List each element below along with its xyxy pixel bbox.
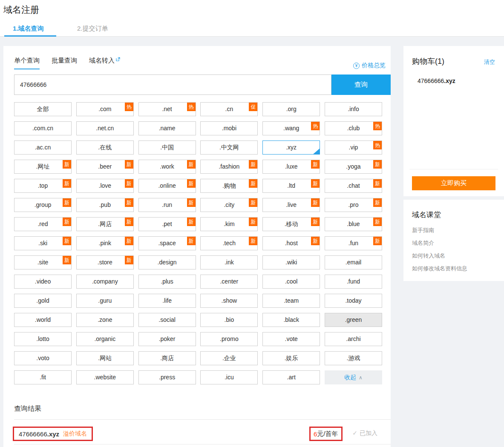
tld-button[interactable]: .love新 — [76, 179, 134, 193]
tld-button[interactable]: .plus — [138, 275, 196, 289]
buy-now-button[interactable]: 立即购买 — [412, 176, 495, 190]
tld-button[interactable]: .ac.cn — [14, 140, 72, 155]
tld-button[interactable]: .social — [138, 313, 196, 327]
tld-button[interactable]: .organic — [76, 332, 134, 346]
tld-button[interactable]: .green — [325, 313, 382, 327]
search-button[interactable]: 查询 — [331, 74, 391, 95]
tld-button[interactable]: .网站 — [76, 351, 134, 365]
tld-button[interactable]: .购物新 — [200, 179, 258, 193]
tld-button[interactable]: .live新 — [262, 198, 320, 212]
tld-button[interactable]: .blue新 — [325, 217, 382, 231]
tab-single-query[interactable]: 单个查询 — [14, 57, 40, 69]
tld-button[interactable]: .site新 — [14, 255, 72, 269]
tld-button[interactable]: .red新 — [14, 217, 72, 231]
tld-button[interactable]: .video — [14, 275, 72, 289]
tld-button[interactable]: .icu — [200, 370, 258, 384]
tld-button[interactable]: .ink — [200, 255, 258, 269]
tld-button[interactable]: .网址新 — [14, 160, 72, 174]
classroom-link[interactable]: 新手指南 — [412, 226, 467, 239]
tld-button[interactable]: .vip热 — [325, 140, 382, 155]
tld-button[interactable]: .work新 — [138, 160, 196, 174]
tld-button[interactable]: .info — [325, 102, 382, 116]
tld-button[interactable]: .yoga新 — [325, 160, 382, 174]
tld-button[interactable]: .promo — [200, 332, 258, 346]
tld-button[interactable]: .group新 — [14, 198, 72, 212]
tld-button[interactable]: .top新 — [14, 179, 72, 193]
tld-button[interactable]: .中文网 — [200, 140, 258, 155]
domain-search-input[interactable] — [14, 74, 331, 95]
tld-button[interactable]: .企业 — [200, 351, 258, 365]
classroom-link[interactable]: 如何修改域名资料信息 — [412, 264, 467, 277]
tld-button[interactable]: .zone — [76, 313, 134, 327]
tld-button[interactable]: .com热 — [76, 102, 134, 116]
tld-button[interactable]: .poker — [138, 332, 196, 346]
tld-button[interactable]: .移动新 — [262, 217, 320, 231]
tld-button[interactable]: .pet新 — [138, 217, 196, 231]
tld-button[interactable]: .design — [138, 255, 196, 269]
tld-button[interactable]: .archi — [325, 332, 382, 346]
tld-button[interactable]: .gold — [14, 294, 72, 308]
tld-button[interactable]: .vote — [262, 332, 320, 346]
price-overview-link[interactable]: ¥ 价格总览 — [353, 62, 386, 69]
tld-button[interactable]: .xyz✓ — [262, 140, 320, 155]
tld-button[interactable]: .space新 — [138, 236, 196, 250]
tld-button[interactable]: .fun新 — [325, 236, 382, 250]
tld-button[interactable]: .luxe新 — [262, 160, 320, 174]
classroom-link[interactable]: 如何转入域名 — [412, 252, 467, 264]
tld-button[interactable]: .world — [14, 313, 72, 327]
tld-button[interactable]: .store新 — [76, 255, 134, 269]
collapse-grid-button[interactable]: 收起∧ — [325, 370, 382, 384]
tld-button[interactable]: .city新 — [200, 198, 258, 212]
tld-button[interactable]: .email — [325, 255, 382, 269]
tld-button[interactable]: .center — [200, 275, 258, 289]
step-tab-domain-query[interactable]: 1.域名查询 — [13, 25, 44, 33]
tld-button[interactable]: .website — [76, 370, 134, 384]
tld-button[interactable]: .online新 — [138, 179, 196, 193]
classroom-link[interactable]: 域名简介 — [412, 239, 467, 252]
cart-clear-button[interactable]: 清空 — [484, 58, 495, 66]
tld-button[interactable]: .art — [262, 370, 320, 384]
tld-button[interactable]: .beer新 — [76, 160, 134, 174]
tab-batch-query[interactable]: 批量查询 — [52, 57, 77, 69]
tld-button[interactable]: .pub新 — [76, 198, 134, 212]
tld-button[interactable]: 全部 — [14, 102, 72, 116]
tld-button[interactable]: .voto — [14, 351, 72, 365]
tld-button[interactable]: .com.cn — [14, 121, 72, 135]
tld-button[interactable]: .run新 — [138, 198, 196, 212]
tld-button[interactable]: .chat新 — [325, 179, 382, 193]
tld-button[interactable]: .company — [76, 275, 134, 289]
tld-button[interactable]: .pink新 — [76, 236, 134, 250]
tld-button[interactable]: .show — [200, 294, 258, 308]
tab-domain-transfer[interactable]: 域名转入 — [89, 57, 120, 69]
tld-button[interactable]: .tech新 — [200, 236, 258, 250]
tld-button[interactable]: .press — [138, 370, 196, 384]
tld-button[interactable]: .cool — [262, 275, 320, 289]
tld-button[interactable]: .fit — [14, 370, 72, 384]
step-tab-submit-order[interactable]: 2.提交订单 — [77, 25, 108, 33]
tld-button[interactable]: .娱乐 — [262, 351, 320, 365]
tld-button[interactable]: .net热 — [138, 102, 196, 116]
tld-button[interactable]: .host新 — [262, 236, 320, 250]
tld-button[interactable]: .name — [138, 121, 196, 135]
tld-button[interactable]: .cn促 — [200, 102, 258, 116]
tld-button[interactable]: .wiki — [262, 255, 320, 269]
tld-button[interactable]: .lotto — [14, 332, 72, 346]
tld-button[interactable]: .org — [262, 102, 320, 116]
tld-button[interactable]: .ski新 — [14, 236, 72, 250]
tld-button[interactable]: .pro新 — [325, 198, 382, 212]
tld-button[interactable]: .在线 — [76, 140, 134, 155]
tld-button[interactable]: .life — [138, 294, 196, 308]
tld-button[interactable]: .black — [262, 313, 320, 327]
tld-button[interactable]: .wang热 — [262, 121, 320, 135]
tld-button[interactable]: .ltd新 — [262, 179, 320, 193]
tld-button[interactable]: .网店新 — [76, 217, 134, 231]
tld-button[interactable]: .商店 — [138, 351, 196, 365]
tld-button[interactable]: .mobi — [200, 121, 258, 135]
tld-button[interactable]: .net.cn — [76, 121, 134, 135]
tld-button[interactable]: .kim新 — [200, 217, 258, 231]
tld-button[interactable]: .游戏 — [325, 351, 382, 365]
tld-button[interactable]: .team — [262, 294, 320, 308]
tld-button[interactable]: .中国 — [138, 140, 196, 155]
tld-button[interactable]: .guru — [76, 294, 134, 308]
tld-button[interactable]: .fund — [325, 275, 382, 289]
